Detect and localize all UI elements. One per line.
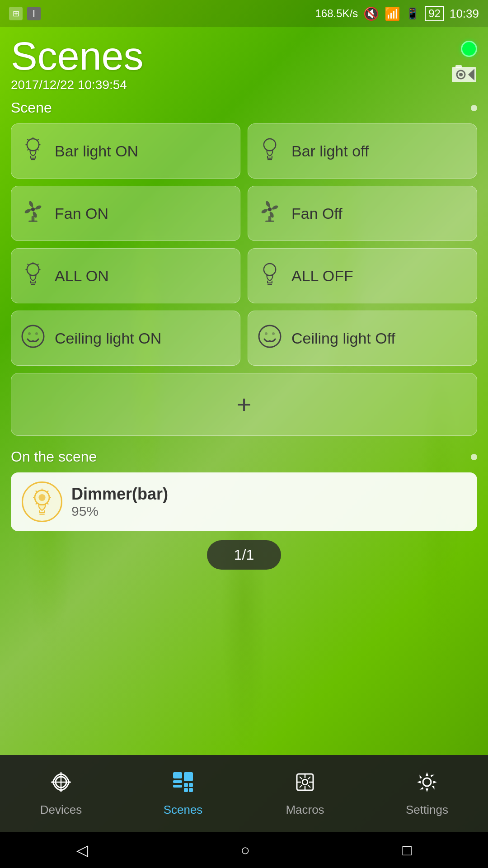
page-indicator: 1/1 bbox=[207, 540, 281, 570]
svg-point-74 bbox=[302, 779, 308, 785]
svg-rect-27 bbox=[265, 221, 274, 222]
svg-point-5 bbox=[27, 139, 39, 151]
svg-rect-65 bbox=[173, 772, 182, 778]
bar-light-off-label: Bar light off bbox=[291, 142, 369, 160]
system-nav: ◁ ○ □ bbox=[0, 832, 488, 868]
page-title: Scenes bbox=[11, 36, 144, 76]
svg-point-44 bbox=[28, 332, 31, 335]
svg-rect-23 bbox=[32, 216, 35, 222]
time-display: 10:39 bbox=[450, 7, 479, 21]
connection-indicator bbox=[461, 41, 477, 57]
svg-rect-26 bbox=[268, 216, 272, 222]
screenshot-icon: ⊞ bbox=[9, 7, 23, 20]
svg-point-83 bbox=[423, 778, 431, 786]
device-name: Dimmer(bar) bbox=[71, 485, 168, 504]
fan-on-label: Fan ON bbox=[55, 205, 108, 222]
add-icon: + bbox=[237, 390, 252, 419]
nav-devices[interactable]: Devices bbox=[0, 764, 122, 823]
bottom-nav: Devices Scenes bbox=[0, 755, 488, 832]
device-info: Dimmer(bar) 95% bbox=[71, 485, 168, 519]
bar-light-off-button[interactable]: Bar light off bbox=[248, 123, 477, 179]
svg-point-46 bbox=[259, 326, 281, 347]
nav-settings[interactable]: Settings bbox=[366, 764, 488, 823]
ceiling-light-on-label: Ceiling light ON bbox=[55, 330, 161, 347]
all-off-icon bbox=[257, 261, 282, 290]
svg-line-10 bbox=[28, 139, 28, 140]
status-bar: ⊞ I 168.5K/s 🔇 📶 📱 92 10:39 bbox=[0, 0, 488, 27]
nav-settings-label: Settings bbox=[406, 803, 448, 817]
svg-line-53 bbox=[47, 503, 48, 505]
main-content: Scenes 2017/12/22 10:39:54 Scene bbox=[0, 27, 488, 750]
svg-point-57 bbox=[38, 494, 45, 501]
svg-point-43 bbox=[22, 326, 44, 347]
svg-line-82 bbox=[300, 785, 302, 788]
scene-section-dot bbox=[471, 105, 477, 111]
svg-point-47 bbox=[265, 332, 267, 335]
svg-rect-4 bbox=[455, 65, 462, 68]
on-scene-dot bbox=[471, 454, 477, 460]
svg-line-32 bbox=[28, 264, 28, 265]
fan-on-button[interactable]: Fan ON bbox=[11, 186, 240, 241]
device-value: 95% bbox=[71, 504, 168, 519]
fan-on-icon bbox=[20, 199, 46, 228]
camera-icon[interactable] bbox=[451, 62, 477, 89]
svg-rect-24 bbox=[28, 221, 38, 222]
back-button[interactable]: ◁ bbox=[76, 841, 88, 859]
nav-macros[interactable]: Macros bbox=[244, 764, 366, 823]
ceiling-off-icon bbox=[257, 324, 282, 353]
svg-rect-70 bbox=[189, 783, 193, 787]
scene-grid: Bar light ON Bar light off bbox=[11, 123, 477, 366]
nav-scenes[interactable]: Scenes bbox=[122, 764, 244, 823]
status-left-icons: ⊞ I bbox=[9, 7, 41, 20]
settings-icon bbox=[415, 770, 439, 799]
scenes-icon bbox=[171, 770, 195, 799]
svg-rect-72 bbox=[189, 788, 193, 792]
all-off-label: ALL OFF bbox=[291, 267, 353, 285]
battery-icon: 92 bbox=[425, 6, 444, 21]
header: Scenes 2017/12/22 10:39:54 bbox=[11, 36, 477, 92]
bar-light-on-label: Bar light ON bbox=[55, 142, 138, 160]
all-off-button[interactable]: ALL OFF bbox=[248, 248, 477, 303]
all-on-icon bbox=[20, 261, 46, 290]
ceiling-light-off-button[interactable]: Ceiling light Off bbox=[248, 311, 477, 366]
svg-line-56 bbox=[36, 503, 37, 505]
app-icon: I bbox=[27, 7, 41, 20]
svg-point-22 bbox=[31, 208, 35, 211]
sim-icon: 📱 bbox=[406, 7, 419, 20]
all-on-button[interactable]: ALL ON bbox=[11, 248, 240, 303]
svg-line-12 bbox=[28, 149, 28, 150]
fan-off-icon bbox=[257, 199, 282, 228]
svg-line-79 bbox=[300, 777, 302, 779]
fan-off-button[interactable]: Fan Off bbox=[248, 186, 477, 241]
macros-icon bbox=[293, 770, 317, 799]
pagination: 1/1 bbox=[11, 540, 477, 570]
fan-off-label: Fan Off bbox=[291, 205, 343, 222]
device-icon bbox=[22, 481, 62, 522]
svg-rect-69 bbox=[184, 783, 188, 787]
ceiling-on-icon bbox=[20, 324, 46, 353]
network-speed: 168.5K/s bbox=[315, 7, 358, 20]
add-scene-button[interactable]: + bbox=[11, 373, 477, 436]
all-on-label: ALL ON bbox=[55, 267, 109, 285]
ceiling-light-on-button[interactable]: Ceiling light ON bbox=[11, 311, 240, 366]
svg-point-48 bbox=[272, 332, 275, 335]
on-scene-section-label: On the scene bbox=[11, 448, 477, 465]
ceiling-light-off-label: Ceiling light Off bbox=[291, 330, 395, 347]
svg-line-80 bbox=[308, 785, 310, 788]
svg-line-7 bbox=[38, 139, 38, 140]
svg-line-9 bbox=[38, 149, 38, 150]
device-card[interactable]: Dimmer(bar) 95% bbox=[11, 472, 477, 531]
svg-point-28 bbox=[27, 264, 39, 275]
svg-rect-67 bbox=[173, 785, 182, 788]
bar-light-on-button[interactable]: Bar light ON bbox=[11, 123, 240, 179]
svg-line-81 bbox=[308, 777, 310, 779]
svg-rect-66 bbox=[173, 780, 182, 783]
bulb-off-icon bbox=[257, 137, 282, 165]
home-button[interactable]: ○ bbox=[240, 841, 250, 859]
nav-devices-label: Devices bbox=[40, 803, 82, 817]
svg-point-38 bbox=[264, 264, 276, 275]
svg-line-51 bbox=[47, 491, 48, 492]
title-block: Scenes 2017/12/22 10:39:54 bbox=[11, 36, 144, 92]
scene-section-label: Scene bbox=[11, 99, 477, 116]
recent-button[interactable]: □ bbox=[403, 841, 412, 859]
